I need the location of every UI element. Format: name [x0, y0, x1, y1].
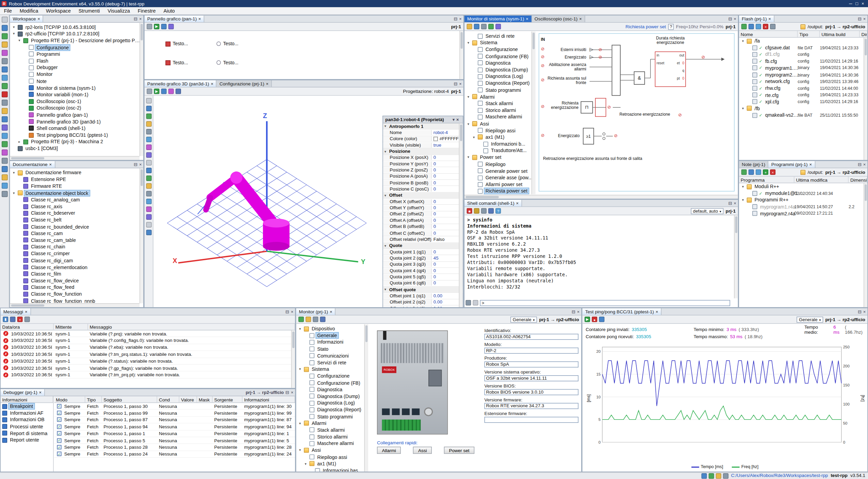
wire-icon[interactable]	[146, 168, 151, 173]
breakpoint-checkbox[interactable]: ✓	[57, 411, 62, 415]
settings-icon[interactable]	[146, 230, 151, 235]
panel-radio-item[interactable]: Testo...	[216, 41, 239, 46]
device-monitor-tree-item[interactable]: Stack allarmi	[296, 427, 367, 433]
documentation-tree-item[interactable]: Classe rc_axis	[10, 203, 143, 210]
export-icon[interactable]	[495, 24, 501, 29]
close-icon[interactable]: ×	[863, 162, 866, 167]
help-icon[interactable]: ?	[495, 208, 501, 214]
expander-icon[interactable]: ▾	[298, 448, 302, 452]
workspace-tree-item[interactable]: Monitor variabili (mon-1)	[10, 91, 143, 98]
close-icon[interactable]: ×	[39, 390, 42, 395]
tab-pan1[interactable]: Pannello grafico (pan-1)×	[145, 16, 204, 22]
workspace-tree-item[interactable]: Flash	[10, 57, 143, 64]
breakpoint-checkbox[interactable]: ✓	[57, 404, 62, 408]
workspace-tree-item[interactable]: ▾rp2-ufficio [TCP/IP 10.0.17.2:8100]	[10, 31, 143, 37]
format-icon[interactable]	[770, 24, 775, 29]
column-header[interactable]: Soggetto	[102, 396, 157, 402]
system-monitor-tree-item[interactable]: Allarmi power set	[464, 181, 535, 188]
column-header[interactable]: Ultima modifica	[795, 177, 849, 183]
device-monitor-tree-item[interactable]: Maschere allarmi	[296, 440, 367, 447]
property-row[interactable]: Visibile (visible)true	[383, 142, 463, 148]
menu-finestre[interactable]: Finestre	[134, 7, 160, 14]
flash-file-row[interactable]: ✓network.cfgconfig19/02/2021 13:39:46	[739, 78, 867, 85]
column-header[interactable]: Tipo	[798, 31, 820, 37]
quicklink-allarmi[interactable]: Allarmi	[377, 447, 401, 454]
grid-icon[interactable]	[147, 24, 152, 29]
expander-icon[interactable]: ▾	[12, 32, 16, 36]
tab-programmi[interactable]: Programmi (prj-1)×	[769, 161, 815, 168]
side-tool-icon[interactable]	[1, 108, 7, 114]
status-icon[interactable]	[701, 473, 707, 479]
flash-file-row[interactable]: ✓cfgsave.datfile DAT19/04/2021 14:23:33	[739, 44, 867, 51]
workspace-tree-item[interactable]: Pannello grafico 3D (pan3d-1)	[10, 118, 143, 125]
system-monitor-tree-item[interactable]: Trasduttore/Att...	[464, 147, 535, 154]
field-value[interactable]: AS1018.002-A062754	[485, 334, 579, 340]
tab-system-monitor[interactable]: Monitor di sistema (sysm-1)×	[464, 16, 532, 22]
property-row[interactable]: Nomerobot-4	[383, 130, 463, 136]
device-monitor-tree-item[interactable]: ▾ax1 (M1)	[296, 460, 367, 467]
side-tool-icon[interactable]	[1, 125, 7, 131]
pages-icon[interactable]	[466, 24, 472, 29]
side-tool-icon[interactable]	[1, 83, 7, 89]
close-icon[interactable]: ×	[459, 16, 462, 21]
shell-output[interactable]: > sysinfoInformazioni di sistemaRP-2 da …	[464, 215, 738, 292]
history-icon[interactable]	[473, 300, 478, 305]
front-view-icon[interactable]	[146, 183, 151, 189]
system-monitor-tree-item[interactable]: Riepilogo	[464, 161, 535, 168]
field-value[interactable]: Robox RTE versione 34.27.3	[485, 403, 579, 409]
menu-visualizza[interactable]: Visualizza	[104, 7, 134, 14]
message-row[interactable]: ✗10/03/2022 10:36:58sysm-1Variabile (?.e…	[1, 344, 295, 351]
tab-pingpong[interactable]: Test ping/pong BCC/31 (pptest-1)×	[582, 308, 661, 315]
property-value[interactable]: #FFFFFF	[432, 136, 463, 142]
expander-icon[interactable]: ▾	[298, 421, 302, 426]
property-value[interactable]: 0	[432, 199, 463, 204]
side-tool-icon[interactable]	[1, 166, 7, 172]
close-icon[interactable]: ×	[291, 309, 294, 314]
documentation-tree-item[interactable]: Classe rc_cam_table	[10, 237, 143, 244]
expander-icon[interactable]: ▾	[17, 38, 21, 43]
property-value[interactable]: robot-4	[432, 130, 463, 135]
device-monitor-tree-item[interactable]: Servizi di rete	[296, 359, 367, 366]
flash-file-row[interactable]: ▾/fb	[739, 105, 867, 112]
axes-icon[interactable]	[168, 88, 174, 94]
expander-icon[interactable]: ▾	[472, 135, 476, 139]
property-row[interactable]: Offset joint 2 (oj2)0.00	[383, 299, 463, 305]
snap-icon[interactable]	[146, 214, 151, 220]
close-icon[interactable]: ×	[25, 309, 28, 314]
expander-icon[interactable]: ▾	[298, 367, 302, 371]
edit-icon[interactable]	[161, 24, 166, 29]
property-value[interactable]: 0	[432, 180, 463, 185]
device-monitor-tree-item[interactable]: Informazioni bas...	[296, 467, 367, 472]
property-group[interactable]: ▾Antropomorfo 1	[383, 123, 463, 130]
documentation-tree-item[interactable]: Firmware RTE	[10, 183, 143, 189]
expander-icon[interactable]: ▾	[466, 40, 471, 45]
refresh-icon[interactable]	[298, 317, 304, 322]
play-icon[interactable]: ▶	[585, 317, 590, 322]
property-value[interactable]: 0.00	[432, 293, 463, 298]
property-row[interactable]: Quota joint 3 (qj3)0	[383, 262, 463, 268]
status-icon[interactable]	[708, 473, 714, 479]
breakpoint-checkbox[interactable]: ✓	[57, 417, 62, 422]
close-icon[interactable]: ×	[198, 16, 201, 21]
property-value[interactable]: 0	[432, 275, 463, 280]
column-header[interactable]: Messaggio	[88, 324, 295, 330]
expander-icon[interactable]: ▾	[304, 462, 308, 466]
close-icon[interactable]: ×	[139, 162, 142, 167]
breakpoint-row[interactable]: ✓SempreFetchProcesso 1, passo 24NessunaP…	[54, 451, 295, 458]
expander-icon[interactable]: ▾	[466, 155, 471, 160]
pin-icon[interactable]: ⊟	[858, 309, 862, 314]
column-header[interactable]: Programma	[739, 177, 795, 183]
program-row[interactable]: myprogram1.r4a19/04/2021 14:50:272.2	[739, 203, 867, 210]
close-icon[interactable]: ×	[579, 16, 582, 21]
documentation-tree-item[interactable]: ▾Documentazione object block	[10, 189, 143, 196]
refresh-icon[interactable]	[488, 24, 494, 29]
workspace-tree-item[interactable]: Programmi	[10, 51, 143, 57]
pin-icon[interactable]: ⊟	[858, 16, 862, 21]
property-row[interactable]: Posizione B (posB)0	[383, 180, 463, 186]
device-monitor-tree-item[interactable]: Configurazione (FB)	[296, 379, 367, 386]
property-row[interactable]: Quota joint 2 (qj2)45	[383, 255, 463, 261]
clear-icon[interactable]: ×	[17, 317, 22, 322]
documentation-tree-item[interactable]: Estensione RPE	[10, 176, 143, 183]
pin-icon[interactable]: ⊟	[134, 16, 137, 21]
workspace-tree-item[interactable]: Debugger	[10, 64, 143, 71]
